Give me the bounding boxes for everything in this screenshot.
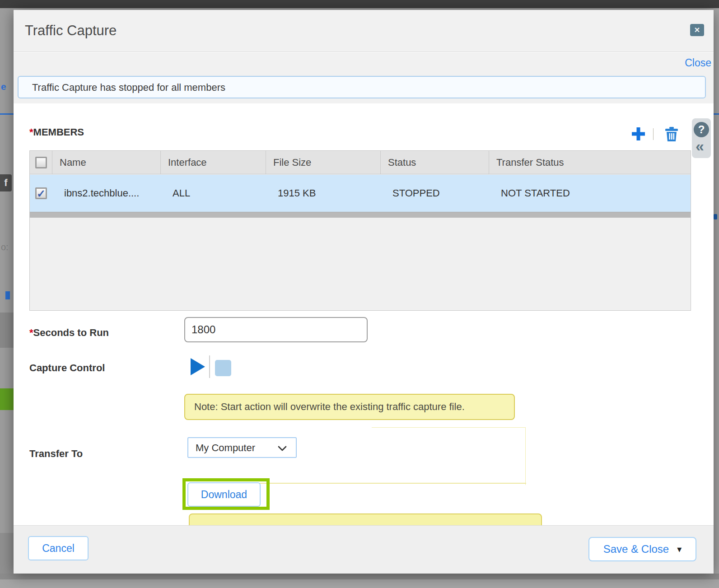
- add-member-button[interactable]: [631, 126, 646, 141]
- start-capture-button[interactable]: [190, 357, 206, 376]
- dialog-title: Traffic Capture: [25, 23, 117, 39]
- column-header-name: Name: [52, 151, 161, 174]
- status-message: Traffic Capture has stopped for all memb…: [32, 82, 225, 93]
- save-and-close-label: Save & Close: [603, 543, 669, 555]
- cell-status: STOPPED: [381, 175, 489, 212]
- background-blue-fragment: [5, 291, 10, 299]
- background-gray-band: [0, 533, 14, 578]
- close-icon[interactable]: ✕: [690, 24, 704, 36]
- column-header-file-size: File Size: [266, 151, 381, 174]
- plus-icon: [631, 126, 646, 141]
- side-help-panel: ? «: [692, 118, 711, 158]
- background-blue-fragment: [714, 214, 717, 219]
- play-icon: [190, 357, 206, 376]
- cell-transfer-status: NOT STARTED: [489, 175, 691, 212]
- toolbar-divider: [653, 128, 654, 140]
- close-link[interactable]: Close: [666, 57, 711, 69]
- transfer-to-select[interactable]: My Computer: [187, 437, 297, 458]
- collapse-panel-icon[interactable]: «: [696, 137, 708, 154]
- traffic-capture-dialog: Traffic Capture ✕ Close Traffic Capture …: [14, 10, 714, 574]
- faint-yellow-border: [372, 427, 526, 428]
- background-bottom-band: [0, 574, 719, 579]
- capture-control-divider: [209, 355, 210, 378]
- save-and-close-button[interactable]: Save & Close ▾: [588, 537, 696, 561]
- column-header-status: Status: [381, 151, 489, 174]
- select-all-checkbox[interactable]: [35, 157, 47, 168]
- background-blue-divider: [0, 113, 14, 115]
- transfer-to-selected-value: My Computer: [196, 442, 255, 454]
- members-table-header: Name Interface File Size Status Transfer…: [30, 151, 691, 174]
- background-gray-band: [0, 313, 14, 348]
- required-asterisk: *: [29, 126, 33, 138]
- row-checkbox[interactable]: ✓: [35, 187, 47, 199]
- caret-down-icon: ▾: [677, 544, 682, 555]
- required-asterisk: *: [29, 327, 33, 338]
- status-message-box: Traffic Capture has stopped for all memb…: [18, 76, 706, 98]
- members-table: Name Interface File Size Status Transfer…: [29, 150, 691, 311]
- dialog-header: Traffic Capture ✕: [14, 10, 714, 52]
- delete-member-button[interactable]: [665, 126, 678, 141]
- background-text-fragment: o:: [1, 242, 9, 252]
- column-header-interface: Interface: [161, 151, 266, 174]
- dialog-body: *MEMBERS ? «: [14, 103, 714, 525]
- help-icon[interactable]: ?: [694, 122, 709, 137]
- horizontal-scrollbar[interactable]: [30, 212, 691, 218]
- download-button[interactable]: Download: [187, 482, 261, 507]
- faint-yellow-border: [244, 483, 526, 484]
- background-text-fragment: e: [1, 81, 6, 92]
- seconds-to-run-label: *Seconds to Run: [29, 327, 109, 339]
- stop-capture-button[interactable]: [215, 360, 231, 376]
- background-right-strip: [714, 8, 719, 588]
- trash-icon: [665, 126, 678, 141]
- overwrite-note-box: Note: Start action will overwrite the ex…: [184, 394, 515, 420]
- background-green-button-fragment: [0, 388, 14, 410]
- background-blue-divider: [714, 113, 719, 115]
- cancel-button[interactable]: Cancel: [28, 536, 89, 560]
- background-top-bar: [0, 0, 719, 8]
- row-checkbox-cell: ✓: [30, 175, 52, 212]
- transfer-to-label: Transfer To: [29, 448, 83, 460]
- background-badge-fragment: f: [0, 174, 12, 191]
- column-header-transfer-status: Transfer Status: [489, 151, 691, 174]
- background-bottom-band: [0, 579, 719, 588]
- cell-file-size: 1915 KB: [266, 175, 381, 212]
- overwrite-note-text: Note: Start action will overwrite the ex…: [194, 401, 465, 413]
- seconds-to-run-input[interactable]: [184, 317, 368, 342]
- faint-yellow-border: [525, 427, 526, 485]
- cell-name: ibns2.techblue....: [52, 175, 161, 212]
- capture-control-label: Capture Control: [29, 362, 105, 374]
- dialog-subheader: Close Traffic Capture has stopped for al…: [14, 52, 714, 103]
- table-row[interactable]: ✓ ibns2.techblue.... ALL 1915 KB STOPPED…: [30, 175, 691, 212]
- select-all-cell: [30, 151, 52, 174]
- members-section-label: *MEMBERS: [29, 126, 84, 138]
- chevron-down-icon: [278, 446, 287, 451]
- cell-interface: ALL: [161, 175, 266, 212]
- dialog-footer: Cancel Save & Close ▾: [14, 525, 714, 574]
